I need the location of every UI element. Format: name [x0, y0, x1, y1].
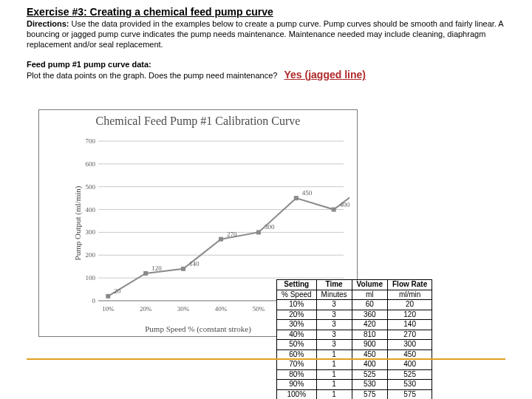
table-cell: 360 — [352, 310, 387, 320]
table-subheader: Minutes — [316, 290, 352, 300]
prompt-line: Plot the data points on the graph. Does … — [27, 71, 277, 80]
svg-text:450: 450 — [302, 189, 313, 197]
table-cell: 120 — [388, 310, 432, 320]
table-row: 10%36020 — [277, 300, 432, 310]
table-cell: 1 — [316, 360, 352, 370]
table-header: Time — [316, 280, 352, 290]
table-cell: 70% — [277, 360, 317, 370]
table-cell: 810 — [352, 330, 387, 340]
table-cell: 3 — [316, 320, 352, 330]
table-cell: 20% — [277, 310, 317, 320]
table-cell: 3 — [316, 340, 352, 350]
table-cell: 90% — [277, 380, 317, 390]
svg-text:40%: 40% — [215, 305, 228, 313]
table-cell: 420 — [352, 320, 387, 330]
svg-text:20%: 20% — [140, 305, 152, 313]
svg-text:120: 120 — [151, 265, 162, 272]
svg-text:30%: 30% — [177, 305, 190, 313]
table-cell: 530 — [352, 380, 387, 390]
table-row: 40%3810270 — [277, 330, 432, 340]
table-cell: 530 — [388, 380, 432, 390]
svg-rect-29 — [219, 237, 223, 242]
svg-rect-27 — [181, 267, 185, 271]
svg-text:20: 20 — [114, 287, 121, 295]
svg-text:300: 300 — [86, 228, 96, 236]
table-cell: 40% — [277, 330, 317, 340]
svg-text:500: 500 — [86, 183, 96, 191]
svg-rect-31 — [256, 230, 261, 234]
table-cell: 10% — [277, 300, 317, 310]
table-cell: 525 — [352, 369, 387, 380]
table-cell: 900 — [352, 340, 387, 350]
table-cell: 3 — [316, 300, 352, 310]
table-row: 90%1530530 — [277, 380, 432, 390]
table-cell: 30% — [277, 320, 317, 330]
table-subheader: ml — [352, 290, 387, 300]
svg-text:50%: 50% — [253, 305, 265, 313]
table-cell: 50% — [277, 340, 317, 350]
table-cell: 100% — [277, 389, 317, 399]
table-header: Flow Rate — [388, 280, 432, 290]
table-cell: 3 — [316, 310, 352, 320]
svg-text:400: 400 — [340, 201, 349, 208]
table-cell: 525 — [388, 369, 432, 380]
data-table: SettingTimeVolumeFlow Rate% SpeedMinutes… — [276, 279, 432, 399]
table-cell: 1 — [316, 369, 352, 380]
svg-rect-33 — [294, 196, 299, 200]
table-cell: 575 — [352, 389, 387, 399]
chart-title: Chemical Feed Pump #1 Calibration Curve — [39, 115, 357, 128]
svg-text:600: 600 — [86, 160, 96, 168]
table-row: 50%3900300 — [277, 340, 432, 350]
table-subheader: % Speed — [277, 290, 317, 300]
svg-text:300: 300 — [265, 223, 275, 231]
svg-text:400: 400 — [86, 206, 96, 214]
table-header: Setting — [277, 280, 317, 290]
table-cell: 400 — [388, 360, 432, 370]
svg-text:10%: 10% — [102, 305, 115, 313]
svg-rect-35 — [332, 208, 336, 212]
table-subheader: ml/min — [388, 290, 432, 300]
table-cell: 3 — [316, 330, 352, 340]
table-cell: 140 — [388, 320, 432, 330]
svg-text:700: 700 — [86, 137, 96, 145]
svg-text:0: 0 — [92, 297, 96, 304]
table-row: 80%1525525 — [277, 369, 432, 380]
table-cell: 20 — [388, 300, 432, 310]
data-section: Feed pump #1 pump curve data: Plot the d… — [27, 60, 505, 81]
table-header: Volume — [352, 280, 387, 290]
svg-text:100: 100 — [86, 274, 96, 282]
table-cell: 80% — [277, 369, 317, 380]
table-cell: 300 — [388, 340, 432, 350]
directions-text: Use the data provided in the examples be… — [27, 19, 503, 49]
directions-label: Directions: — [27, 19, 69, 28]
answer-text: Yes (jagged line) — [284, 69, 365, 81]
table-row: 20%3360120 — [277, 310, 432, 320]
svg-text:200: 200 — [86, 251, 96, 259]
table-row: 70%1400400 — [277, 360, 432, 370]
table-cell: 1 — [316, 389, 352, 399]
table-cell: 270 — [388, 330, 432, 340]
table-row: 30%3420140 — [277, 320, 432, 330]
table-cell: 60 — [352, 300, 387, 310]
directions-block: Directions: Use the data provided in the… — [27, 19, 505, 50]
svg-rect-25 — [143, 271, 148, 276]
exercise-title: Exercise #3: Creating a chemical feed pu… — [27, 6, 505, 18]
table-row: 100%1575575 — [277, 389, 432, 399]
svg-text:140: 140 — [189, 260, 200, 267]
table-cell: 1 — [316, 380, 352, 390]
data-header: Feed pump #1 pump curve data: — [27, 60, 151, 69]
footer-rule — [27, 358, 505, 360]
table-cell: 400 — [352, 360, 387, 370]
svg-text:270: 270 — [227, 231, 237, 238]
table-cell: 575 — [388, 389, 432, 399]
svg-rect-23 — [106, 294, 110, 299]
